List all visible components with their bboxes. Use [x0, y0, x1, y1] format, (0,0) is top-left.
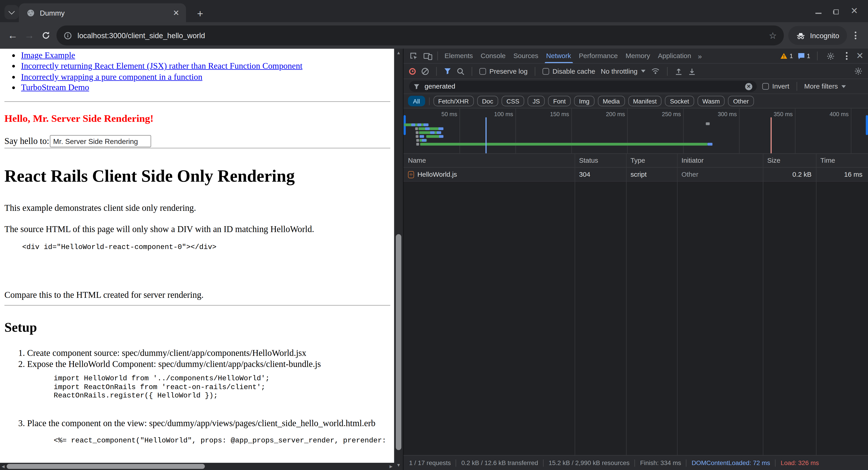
panel-tab-console[interactable]: Console: [477, 49, 509, 63]
filter-input[interactable]: [423, 82, 741, 91]
divider: [4, 305, 391, 306]
clear-network-log-icon[interactable]: [421, 67, 429, 75]
scroll-down-icon[interactable]: ▼: [394, 464, 403, 468]
invert-filter-toggle[interactable]: Invert: [762, 83, 789, 90]
import-har-icon[interactable]: [675, 67, 682, 75]
record-network-log-button[interactable]: [409, 68, 416, 74]
panel-tab-elements[interactable]: Elements: [440, 49, 477, 63]
page-link[interactable]: Incorrectly returning React Element (JSX…: [21, 61, 303, 70]
close-devtools-button[interactable]: ✕: [856, 52, 864, 60]
cell-status: 304: [575, 168, 626, 181]
panel-tab-memory[interactable]: Memory: [622, 49, 654, 63]
tick-label: 250 ms: [645, 111, 681, 117]
issues-counter[interactable]: 1: [798, 53, 810, 60]
column-header-status[interactable]: Status: [575, 157, 626, 164]
horizontal-scrollbar-thumb[interactable]: [6, 464, 205, 469]
export-har-icon[interactable]: [688, 67, 695, 75]
waterfall-bar: [416, 131, 418, 134]
gridline: [851, 108, 851, 153]
filter-chip-js[interactable]: JS: [528, 96, 545, 106]
filter-chip-fetchxhr[interactable]: Fetch/XHR: [433, 96, 473, 106]
column-header-size[interactable]: Size: [763, 157, 816, 164]
forward-button[interactable]: →: [21, 27, 37, 43]
filter-chip-socket[interactable]: Socket: [665, 96, 694, 106]
throttling-select[interactable]: No throttling: [601, 67, 645, 75]
address-bar[interactable]: localhost:3000/client_side_hello_world ☆: [57, 26, 784, 45]
gridline: [683, 108, 684, 153]
panel-tab-application[interactable]: Application: [654, 49, 695, 63]
back-button[interactable]: ←: [4, 27, 21, 43]
filter-chip-img[interactable]: Img: [574, 96, 594, 106]
network-settings-button[interactable]: [851, 64, 865, 78]
column-header-initiator[interactable]: Initiator: [677, 157, 763, 164]
more-filters-button[interactable]: More filters: [804, 83, 846, 90]
network-conditions-icon[interactable]: [651, 68, 659, 75]
url-text[interactable]: localhost:3000/client_side_hello_world: [78, 31, 765, 39]
panel-tab-network[interactable]: Network: [542, 49, 575, 63]
filter-input-container[interactable]: ✕: [409, 81, 757, 92]
waterfall-bar: [430, 131, 435, 134]
new-tab-button[interactable]: +: [193, 6, 208, 21]
load-event-line: [771, 117, 772, 153]
waterfall-bar: [706, 122, 710, 125]
disable-cache-label: Disable cache: [553, 67, 595, 75]
filter-funnel-icon[interactable]: [444, 68, 451, 75]
column-header-type[interactable]: Type: [626, 157, 677, 164]
tick-label: 350 ms: [756, 111, 793, 117]
divider: [437, 52, 438, 60]
column-header-name[interactable]: Name: [403, 157, 575, 164]
warnings-counter[interactable]: 1: [780, 53, 793, 59]
page-link[interactable]: Image Example: [21, 51, 75, 60]
scroll-up-icon[interactable]: ▲: [394, 51, 403, 55]
clear-filter-icon[interactable]: ✕: [745, 83, 752, 90]
paragraph: This example demonstrates client side on…: [4, 203, 196, 213]
devtools-settings-button[interactable]: [824, 49, 837, 63]
browser-tab[interactable]: Dummy ✕: [19, 3, 186, 22]
disable-cache-toggle[interactable]: Disable cache: [542, 67, 595, 75]
reload-button[interactable]: [38, 27, 54, 43]
scroll-left-icon[interactable]: ◀: [2, 464, 4, 469]
filter-chip-wasm[interactable]: Wasm: [698, 96, 725, 106]
filter-chip-all[interactable]: All: [408, 96, 425, 106]
devtools-menu-button[interactable]: [842, 48, 851, 64]
filter-chip-other[interactable]: Other: [728, 96, 754, 106]
vertical-scrollbar-thumb[interactable]: [396, 234, 401, 450]
browser-window: Dummy ✕ + ✕ ← → localhost:3000/client_si…: [0, 0, 868, 470]
column-divider: [677, 154, 677, 455]
panel-tab-sources[interactable]: Sources: [509, 49, 542, 63]
request-table-header: NameStatusTypeInitiatorSizeTime: [403, 154, 868, 168]
filter-chip-manifest[interactable]: Manifest: [628, 96, 662, 106]
page-link[interactable]: TurboStream Demo: [21, 83, 89, 92]
browser-menu-button[interactable]: [847, 27, 864, 43]
bookmark-star-icon[interactable]: ☆: [769, 30, 777, 41]
device-toolbar-button[interactable]: [421, 49, 435, 63]
name-input[interactable]: [50, 135, 151, 147]
page-link[interactable]: Incorrectly wrapping a pure component in…: [21, 72, 202, 81]
timeline-right-handle[interactable]: [866, 115, 868, 135]
inspect-element-button[interactable]: [407, 49, 420, 63]
scroll-right-icon[interactable]: ▶: [390, 464, 393, 469]
close-window-button[interactable]: ✕: [850, 6, 858, 15]
tab-close-icon[interactable]: ✕: [173, 9, 180, 17]
search-icon[interactable]: [457, 67, 464, 75]
restore-button[interactable]: [833, 9, 838, 14]
tab-search-button[interactable]: [4, 5, 19, 20]
minimize-button[interactable]: [815, 13, 821, 14]
network-request-row[interactable]: ‹›HelloWorld.js304scriptOther0.2 kB16 ms: [403, 168, 868, 182]
panel-tab-performance[interactable]: Performance: [575, 49, 622, 63]
horizontal-scrollbar[interactable]: ◀ ▶: [0, 463, 394, 470]
filter-chip-css[interactable]: CSS: [502, 96, 524, 106]
filter-chip-doc[interactable]: Doc: [477, 96, 498, 106]
tick-label: 50 ms: [421, 111, 457, 117]
preserve-log-toggle[interactable]: Preserve log: [479, 67, 528, 75]
vertical-scrollbar[interactable]: ▲ ▼: [394, 49, 403, 470]
more-tabs-button[interactable]: »: [695, 52, 705, 60]
column-header-time[interactable]: Time: [816, 157, 867, 164]
filter-chip-media[interactable]: Media: [598, 96, 625, 106]
site-info-icon[interactable]: [64, 31, 72, 39]
filter-chip-font[interactable]: Font: [548, 96, 570, 106]
cell-name: ‹›HelloWorld.js: [403, 168, 575, 181]
waterfall-bar: [437, 131, 441, 134]
summary-item: DOMContentLoaded: 72 ms: [692, 459, 770, 466]
network-overview-timeline[interactable]: 50 ms100 ms150 ms200 ms250 ms300 ms350 m…: [403, 108, 868, 154]
